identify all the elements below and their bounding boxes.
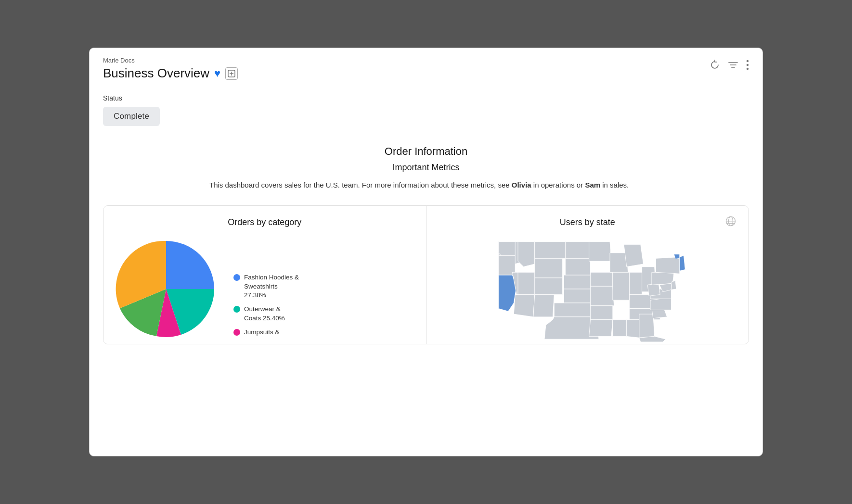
pie-chart <box>113 236 219 342</box>
contact-sam: Sam <box>585 181 600 189</box>
us-map <box>436 236 739 342</box>
svg-marker-54 <box>679 256 685 271</box>
description-text-middle: in operations or <box>531 181 585 189</box>
contact-olivia: Olivia <box>512 181 531 189</box>
svg-marker-22 <box>534 278 562 295</box>
svg-marker-46 <box>639 314 654 338</box>
svg-marker-47 <box>639 336 665 342</box>
legend-label-fashion: Fashion Hoodies &Sweatshirts27.38% <box>244 273 299 301</box>
svg-marker-38 <box>612 272 629 300</box>
svg-point-8 <box>747 68 749 70</box>
order-info-title: Order Information <box>103 145 749 158</box>
svg-marker-34 <box>590 286 614 306</box>
legend-dot-jumpsuits <box>233 329 240 336</box>
refresh-icon[interactable] <box>710 60 720 73</box>
description-text-before: This dashboard covers sales for the U.S.… <box>209 181 512 189</box>
svg-marker-51 <box>647 283 660 296</box>
legend-item-fashion: Fashion Hoodies &Sweatshirts27.38% <box>233 273 299 301</box>
svg-marker-32 <box>589 242 611 262</box>
svg-marker-40 <box>629 272 642 294</box>
title-row: Business Overview ♥ <box>103 66 238 81</box>
legend-item-jumpsuits: Jumpsuits & <box>233 328 299 337</box>
description-text-after: in sales. <box>600 181 629 189</box>
legend-dot-fashion <box>233 274 240 281</box>
svg-marker-33 <box>590 272 612 286</box>
svg-marker-26 <box>565 242 590 259</box>
legend-label-outerwear: Outerwear &Coats 25.40% <box>244 305 285 323</box>
svg-marker-28 <box>564 275 593 289</box>
svg-marker-25 <box>518 272 535 294</box>
important-metrics: Important Metrics <box>103 163 749 173</box>
heart-icon[interactable]: ♥ <box>214 67 220 80</box>
status-button[interactable]: Complete <box>103 107 160 126</box>
globe-icon[interactable] <box>725 216 736 229</box>
description: This dashboard covers sales for the U.S.… <box>209 179 643 191</box>
orders-by-category-panel: Orders by category <box>103 206 426 344</box>
legend-label-jumpsuits: Jumpsuits & <box>244 328 280 337</box>
filter-icon[interactable] <box>728 61 738 72</box>
svg-marker-35 <box>590 306 612 320</box>
svg-marker-52 <box>651 272 673 285</box>
order-info-section: Order Information Important Metrics This… <box>103 145 749 191</box>
svg-marker-29 <box>564 289 593 303</box>
more-options-icon[interactable] <box>746 60 749 73</box>
svg-marker-24 <box>533 295 554 317</box>
svg-point-7 <box>747 64 749 66</box>
chart-legend: Fashion Hoodies &Sweatshirts27.38% Outer… <box>233 273 299 342</box>
header: Marie Docs Business Overview ♥ <box>90 48 762 86</box>
page-title: Business Overview <box>103 66 209 81</box>
orders-by-category-title: Orders by category <box>113 217 416 227</box>
legend-item-outerwear: Outerwear &Coats 25.40% <box>233 305 299 323</box>
map-panel-inner <box>436 236 739 344</box>
main-content: Status Complete Order Information Import… <box>90 86 762 456</box>
svg-marker-20 <box>534 242 565 259</box>
svg-marker-44 <box>612 320 626 337</box>
svg-marker-27 <box>565 258 590 275</box>
header-left: Marie Docs Business Overview ♥ <box>103 57 238 81</box>
status-label: Status <box>103 94 749 102</box>
svg-marker-56 <box>671 281 676 290</box>
users-by-state-title: Users by state <box>436 217 739 227</box>
svg-marker-39 <box>624 244 644 266</box>
legend-dot-outerwear <box>233 306 240 313</box>
svg-point-6 <box>747 60 749 62</box>
svg-marker-53 <box>656 257 679 274</box>
svg-marker-36 <box>589 320 612 337</box>
svg-marker-23 <box>514 295 534 317</box>
svg-marker-21 <box>534 258 562 278</box>
users-by-state-panel: Users by state <box>426 206 749 344</box>
svg-marker-45 <box>626 320 639 338</box>
add-page-icon[interactable] <box>225 67 238 80</box>
pie-container: Fashion Hoodies &Sweatshirts27.38% Outer… <box>113 236 416 342</box>
svg-marker-19 <box>518 242 535 267</box>
header-right <box>710 60 749 73</box>
charts-row: Orders by category <box>103 205 749 344</box>
doc-owner: Marie Docs <box>103 57 238 64</box>
